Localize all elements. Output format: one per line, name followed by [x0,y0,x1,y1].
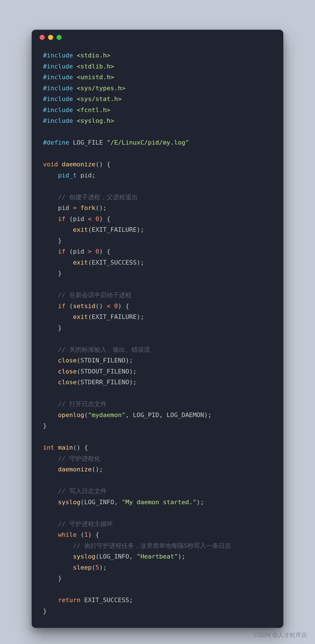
code-line: if (setsid() < 0) { [43,301,272,312]
code-token: ); [129,379,137,386]
code-token [43,204,58,211]
code-token [43,248,58,255]
code-line: // 守护进程主循环 [43,519,272,530]
code-line [43,475,272,486]
code-token [92,215,95,222]
code-token [73,85,77,92]
code-token: #include [43,52,73,59]
code-line: int main() { [43,442,272,453]
code-token: ( [88,313,92,320]
code-token [43,291,58,299]
code-token: > [88,248,92,255]
code-line: void daemonize() { [43,159,272,170]
code-token [77,531,80,538]
code-line: // 打开日志文件 [43,399,272,410]
code-block: #include <stdio.h>#include <stdlib.h>#in… [32,45,283,617]
code-token: LOG_DAEMON [167,411,204,418]
code-token [73,117,77,124]
code-token: , [114,499,122,506]
code-line: exit(EXIT_FAILURE); [43,312,272,323]
code-token: ( [80,499,84,506]
code-token: ); [137,226,144,233]
code-token: // 关闭标准输入、输出、错误流 [58,346,150,353]
maximize-dot-icon[interactable] [57,35,62,40]
code-token: , [129,553,137,560]
code-token [103,139,107,146]
code-token [77,204,80,211]
code-token: <fcntl.h> [77,106,110,113]
code-token [43,226,73,233]
code-token [43,411,58,418]
code-token: EXIT_FAILURE [92,313,137,320]
code-token: #include [43,95,73,102]
code-token: fork [80,204,95,211]
code-token [43,455,58,462]
code-token [43,215,58,222]
code-token: if [58,248,66,255]
code-token: <stdio.h> [77,52,110,59]
code-token [77,172,80,179]
code-token: sleep [73,564,92,571]
code-token: // 执行守护进程任务，这里简单地每隔5秒写入一条日志 [73,542,231,549]
code-token: ); [204,411,212,418]
code-line: #include <sys/types.h> [43,83,272,94]
code-token: exit [73,226,88,233]
code-token: "/E/LinuxC/pid/my.log" [107,139,189,146]
code-token: ) { [99,248,111,255]
code-token: <syslog.h> [77,117,114,124]
code-token: ); [197,499,204,506]
code-line: #include <sys/stat.h> [43,94,272,105]
code-token [73,63,77,70]
code-token [43,400,58,407]
code-line [43,333,272,344]
code-token: pid [58,204,69,211]
code-token [43,357,58,364]
code-token: pid_t [58,172,77,179]
code-token [84,248,88,255]
code-token [43,379,58,386]
code-line: #include <fcntl.h> [43,105,272,116]
code-token: LOG_FILE [73,139,103,146]
code-token: () { [95,161,110,168]
code-token: ( [88,226,92,233]
code-token [43,531,58,538]
code-token: < [107,302,110,310]
code-line: #include <unistd.h> [43,72,272,83]
code-token: 1 [84,531,88,538]
code-token: // 守护进程化 [58,455,100,462]
code-token [43,499,58,506]
code-token: () [95,302,103,310]
code-token: LOG_INFO [84,499,114,506]
code-token [65,215,69,222]
code-token: } [43,607,47,615]
code-token: LOG_INFO [99,553,129,560]
code-token: if [58,215,66,222]
code-token: exit [73,313,88,320]
code-token: // 守护进程主循环 [58,520,113,527]
code-token: () { [73,444,88,451]
code-token: 0 [95,248,99,255]
code-token: daemonize [58,466,92,473]
code-line: } [43,323,272,334]
code-line: syslog(LOG_INFO, "Heartbeat"); [43,551,272,562]
code-token [43,302,58,310]
close-dot-icon[interactable] [40,35,45,40]
code-token [110,302,114,310]
code-token [43,324,58,331]
code-token [65,248,69,255]
minimize-dot-icon[interactable] [48,35,53,40]
code-line: } [43,606,272,617]
code-token: pid [73,215,84,222]
code-token: ) { [88,531,99,538]
code-token: ); [137,259,144,266]
code-token: ); [125,357,133,364]
code-token: "mydaemon" [88,411,125,418]
code-token: daemonize [62,161,95,168]
code-token [43,172,58,179]
code-token [84,215,88,222]
code-token: pid [80,172,92,179]
code-line [43,432,272,443]
code-token: LOG_PID [133,411,159,418]
code-token: openlog [58,411,84,418]
code-line: exit(EXIT_FAILURE); [43,224,272,235]
